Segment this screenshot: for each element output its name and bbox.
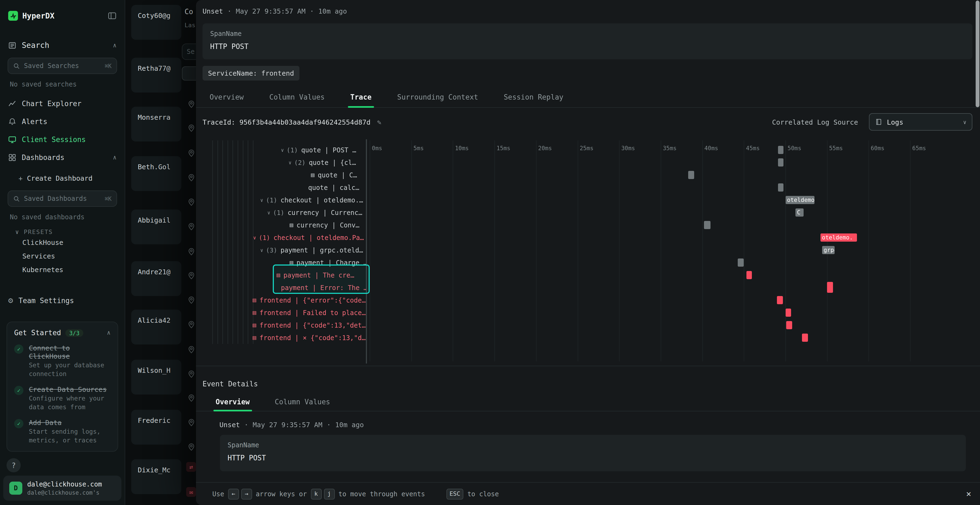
span-tree-label[interactable]: ▤payment | Charge … [290,256,366,269]
span-tree-label[interactable]: ▤frontend | × {"code":13,"d… [253,332,366,344]
span-tree-label[interactable]: ▤frontend | {"error":{"code… [253,294,366,306]
sidebar-item-chart-explorer[interactable]: Chart Explorer [0,95,125,113]
span-tree-label[interactable]: ∨(2)quote | {cl… [288,156,366,169]
sidebar-item-alerts[interactable]: Alerts [0,113,125,130]
chevron-down-icon[interactable]: ∨ [281,147,284,152]
collapse-sidebar-icon[interactable] [108,11,116,20]
chevron-up-icon[interactable]: ∧ [107,329,111,336]
saved-dashboards-input[interactable]: Saved Dashboards ⌘K [8,191,117,207]
span-duration-bar[interactable]: oteldemo. [820,233,857,241]
user-menu[interactable]: D dale@clickhouse.com dale@clickhouse.co… [3,476,121,501]
tab-column-values[interactable]: Column Values [269,87,325,107]
saved-searches-input[interactable]: Saved Searches ⌘K [8,58,117,74]
sidebar-item-dashboards[interactable]: Dashboards ∧ [0,149,125,167]
span-tree-label[interactable]: quote | calc… [308,181,366,194]
span-duration-bar[interactable] [827,282,833,293]
tab-trace[interactable]: Trace [350,87,372,107]
location-pin-icon[interactable] [187,346,196,354]
chevron-down-icon[interactable]: ∨ [253,235,256,240]
chevron-up-icon[interactable]: ∧ [113,41,116,49]
span-tree-label[interactable]: ▤currency | Conv… [290,219,366,231]
location-pin-icon[interactable] [187,370,196,379]
help-button[interactable]: ? [6,458,21,472]
arrow-left-key[interactable]: ← [228,488,239,499]
get-started-step[interactable]: ✓ Add Data Start sending logs, metrics, … [14,418,111,445]
presets-section-header[interactable]: ∨ PRESETS [15,229,116,236]
chevron-down-icon[interactable]: ∨ [260,197,263,203]
get-started-step[interactable]: ✓ Connect to ClickHouse Set up your data… [14,344,111,378]
session-list-item[interactable]: Retha77@ [131,58,181,92]
create-dashboard-button[interactable]: + Create Dashboard [0,170,125,186]
span-tree-label[interactable]: payment | Error: The … [281,281,366,294]
span-tree-label[interactable]: ∨(1)checkout | oteldemo.Pa… [253,231,366,244]
span-tree-label[interactable]: ∨(1)quote | POST … [281,144,366,156]
session-list-item[interactable]: Coty60@g [131,5,181,40]
tab-overview[interactable]: Overview [216,393,250,411]
span-duration-bar[interactable]: C [795,208,804,217]
span-tree-label[interactable]: ▤frontend | Failed to place… [253,306,366,319]
close-icon[interactable]: × [966,489,971,499]
arrow-right-key[interactable]: → [241,488,252,499]
span-tree-label[interactable]: ∨(1)checkout | oteldemo.… [260,194,366,206]
session-list-item[interactable]: Andre21@ [131,261,181,296]
service-name-tag[interactable]: ServiceName: frontend [202,66,299,81]
chevron-up-icon[interactable]: ∧ [113,154,116,161]
search-section-header[interactable]: Search ∧ [0,37,125,53]
span-duration-bar[interactable] [688,171,694,179]
session-list-item[interactable]: Beth.Gol [131,156,181,191]
location-pin-icon[interactable] [187,443,196,452]
sidebar-item-kubernetes[interactable]: Kubernetes [0,263,125,276]
tab-overview[interactable]: Overview [210,87,243,107]
sidebar-item-services[interactable]: Services [0,249,125,263]
page-scrollbar[interactable] [976,0,980,107]
location-pin-icon[interactable] [187,124,196,133]
location-pin-icon[interactable] [187,272,196,280]
session-list-item[interactable]: Monserra [131,106,181,141]
location-pin-icon[interactable] [187,222,196,231]
span-duration-bar[interactable]: oteldemo. [785,196,815,204]
location-pin-icon[interactable] [187,418,196,427]
tab-surrounding-context[interactable]: Surrounding Context [397,87,478,107]
j-key[interactable]: j [324,488,334,499]
sidebar-item-team-settings[interactable]: ⚙ Team Settings [0,292,125,310]
chevron-down-icon[interactable]: ∨ [260,247,263,253]
tab-column-values[interactable]: Column Values [275,393,330,411]
location-pin-icon[interactable] [187,173,196,182]
span-tree-label[interactable]: ∨(3)payment | grpc.oteld… [260,244,366,256]
span-tree-label[interactable]: ▤payment | The cre… [277,269,366,281]
span-duration-bar[interactable] [778,146,784,154]
esc-key[interactable]: ESC [446,488,464,499]
span-duration-bar[interactable] [785,308,791,317]
span-tree-label[interactable]: ∨(1)currency | Currenc… [267,206,366,219]
tab-session-replay[interactable]: Session Replay [504,87,563,107]
span-duration-bar[interactable] [738,259,744,267]
chevron-down-icon[interactable]: ∨ [267,210,270,215]
location-pin-icon[interactable] [187,321,196,329]
location-pin-icon[interactable] [187,248,196,256]
session-list-item[interactable]: Alicia42 [131,310,181,345]
session-list-item[interactable]: Frederic [131,410,181,445]
sidebar-item-client-sessions[interactable]: Client Sessions [0,130,125,149]
span-duration-bar[interactable] [704,221,711,229]
edit-icon[interactable]: ✎ [377,118,381,126]
location-pin-icon[interactable] [187,100,196,109]
hyperdx-logo[interactable]: HyperDX [8,11,54,21]
span-duration-bar[interactable] [786,321,792,329]
session-list-item[interactable]: Dixie_Mc [131,459,181,494]
location-pin-icon[interactable] [187,149,196,158]
span-duration-bar[interactable] [778,158,784,167]
span-duration-bar[interactable]: grpc. [822,246,834,254]
span-duration-bar[interactable] [746,271,752,279]
chevron-down-icon[interactable]: ∨ [288,160,291,165]
location-pin-icon[interactable] [187,394,196,403]
span-tree-label[interactable]: ▤quote | C… [311,169,366,181]
get-started-step[interactable]: ✓ Create Data Sources Configure where yo… [14,385,111,411]
sidebar-item-clickhouse[interactable]: ClickHouse [0,236,125,249]
location-pin-icon[interactable] [187,198,196,207]
location-pin-icon[interactable] [187,296,196,305]
span-tree-label[interactable]: ▤frontend | {"code":13,"det… [253,319,366,332]
log-source-select[interactable]: Logs ∨ [869,113,972,130]
span-duration-bar[interactable] [777,296,783,304]
k-key[interactable]: k [310,488,321,499]
error-event-icon[interactable]: ⇄ [186,462,196,472]
